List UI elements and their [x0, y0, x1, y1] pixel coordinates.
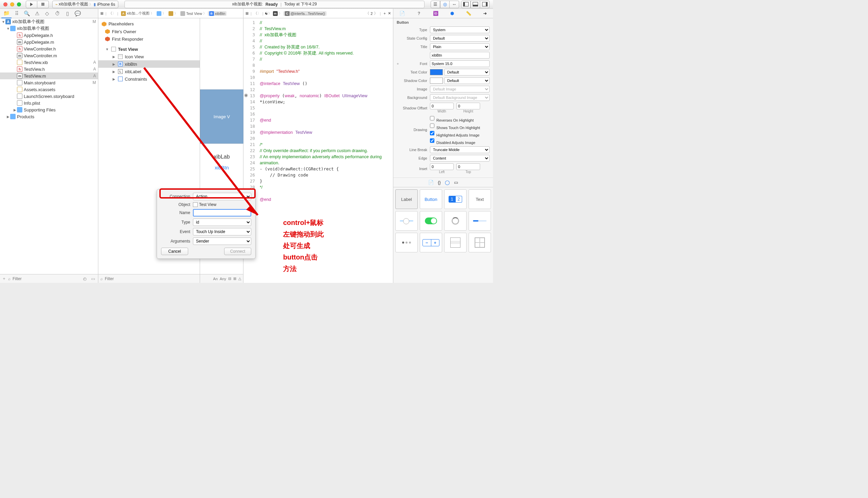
line-break-select[interactable]: Truncate Middle — [430, 146, 489, 153]
file-row[interactable]: TestView.xibA — [0, 59, 98, 66]
products-row[interactable]: ▶ Products — [0, 113, 98, 120]
connection-type-select[interactable]: id — [193, 219, 251, 226]
canvas-label[interactable]: xibLab — [200, 154, 243, 160]
image-select[interactable]: Default Image — [430, 86, 489, 92]
outlet-indicator-icon[interactable]: ◉ — [244, 92, 248, 97]
connect-button[interactable]: Connect — [224, 248, 251, 255]
connection-select[interactable]: Action — [193, 193, 251, 200]
shadow-offset-height-field[interactable] — [456, 103, 480, 109]
disabled-adjusts-checkbox[interactable] — [430, 137, 434, 144]
minimize-window-button[interactable] — [10, 2, 14, 6]
scm-filter-button[interactable]: ▭ — [90, 276, 96, 282]
quickhelp-inspector-tab[interactable]: ？ — [417, 11, 421, 17]
shadow-color-swatch[interactable] — [430, 78, 443, 84]
crumb-project[interactable]: xib加...个视图 — [127, 11, 150, 16]
project-navigator-tab[interactable]: 📁 — [1, 9, 12, 18]
first-responder-row[interactable]: First Responder — [98, 35, 200, 43]
lib-page-control[interactable] — [395, 233, 418, 252]
lib-switch[interactable] — [420, 211, 442, 231]
code-snippet-library-tab[interactable]: {} — [438, 180, 441, 185]
size-inspector-tab[interactable]: 📏 — [466, 11, 471, 16]
lib-segmented[interactable]: 12 — [444, 189, 467, 209]
next-counterpart-button[interactable]: 〉 — [374, 11, 378, 16]
stop-button[interactable] — [37, 1, 49, 8]
state-config-select[interactable]: Default — [430, 35, 489, 42]
button-type-select[interactable]: System — [430, 26, 489, 33]
toggle-debug-button[interactable] — [471, 1, 480, 8]
group-row[interactable]: ▼ xib加载单个视图 — [0, 25, 98, 32]
lib-collection-view[interactable] — [469, 233, 491, 252]
crumb-interface[interactable]: @interfa...TestView() — [291, 12, 325, 16]
icon-view-row[interactable]: ▶ Icon View — [98, 53, 200, 60]
xiblabel-row[interactable]: ▶L xibLabel — [98, 68, 200, 75]
lib-button[interactable]: Button — [420, 189, 442, 209]
file-row[interactable]: hAppDelegate.h — [0, 32, 98, 39]
standard-editor-button[interactable]: ☰ — [431, 1, 440, 8]
canvas-imageview[interactable]: Image V — [200, 89, 243, 144]
resolve-button[interactable]: △ — [238, 276, 241, 281]
close-window-button[interactable] — [3, 2, 8, 6]
file-template-library-tab[interactable]: 📄 — [428, 180, 434, 185]
add-button[interactable]: ＋ — [2, 276, 6, 281]
size-class-any-h[interactable]: An — [213, 277, 218, 281]
file-row[interactable]: LaunchScreen.storyboard — [0, 93, 98, 100]
run-button[interactable] — [26, 1, 37, 8]
file-row[interactable]: hTestView.hA — [0, 66, 98, 73]
outline-filter-input[interactable] — [105, 276, 198, 281]
assistant-editor-button[interactable]: ◎ — [440, 1, 450, 8]
attributes-inspector-tab[interactable]: ⬢ — [450, 11, 454, 16]
inset-left-field[interactable] — [430, 163, 454, 170]
jump-bar-right[interactable]: ⊞ | 〈 〉 | ☯〉 m〉 C@interfa...TestView() 〈… — [243, 9, 393, 18]
text-color-select[interactable]: Default — [444, 69, 489, 76]
lib-label[interactable]: Label — [395, 189, 418, 209]
pin-button[interactable]: ⊞ — [233, 276, 236, 281]
toggle-inspector-button[interactable] — [480, 1, 489, 8]
connections-inspector-tab[interactable]: ➜ — [483, 11, 487, 16]
highlighted-adjusts-checkbox[interactable] — [430, 130, 434, 136]
lib-stepper[interactable]: −+ — [420, 233, 442, 252]
media-library-tab[interactable]: ▭ — [454, 180, 458, 185]
issue-navigator-tab[interactable]: ⚠ — [32, 9, 42, 18]
navigator-filter-input[interactable] — [13, 276, 80, 281]
title-mode-select[interactable]: Plain — [430, 43, 489, 50]
crumb-button[interactable]: xibBtn — [215, 12, 226, 16]
version-editor-button[interactable]: ↔ — [450, 1, 459, 8]
crumb-view[interactable]: Test View — [186, 12, 202, 16]
size-class-any-v[interactable]: Any — [220, 277, 226, 281]
forward-button[interactable]: 〉 — [112, 11, 116, 16]
lib-activity-indicator[interactable] — [444, 211, 467, 231]
connection-event-select[interactable]: Touch Up Inside — [193, 228, 251, 235]
file-inspector-tab[interactable]: 📄 — [399, 11, 405, 16]
lib-slider[interactable] — [395, 211, 418, 231]
lib-textfield[interactable]: Text — [469, 189, 491, 209]
jump-bar-left[interactable]: ⊞ | 〈 〉 | Axib加...个视图〉 〉 〉 Test View〉 Bx… — [98, 9, 243, 18]
related-items-icon-2[interactable]: ⊞ — [245, 11, 248, 16]
code-body[interactable]: // // TestView.m // xib加载单个视图 // // Crea… — [258, 18, 393, 283]
debug-navigator-tab[interactable]: ⏱ — [52, 9, 62, 18]
xibbtn-row[interactable]: ▶B xibBtn — [98, 60, 200, 68]
shadow-color-select[interactable]: Default — [444, 77, 489, 84]
reverses-highlight-checkbox[interactable] — [430, 115, 434, 122]
identity-inspector-tab[interactable]: 🆔 — [433, 11, 438, 16]
inset-top-field[interactable] — [456, 163, 480, 170]
cancel-button[interactable]: Cancel — [161, 248, 188, 255]
file-row[interactable]: mTestView.mA — [0, 73, 98, 79]
shows-touch-checkbox[interactable] — [430, 122, 434, 129]
counterparts-icon[interactable]: ☯ — [265, 11, 268, 16]
scheme-selector[interactable]: ⌁ xib加载单个视图 〉 ▮ iPhone 6s — [52, 1, 118, 8]
file-row[interactable]: Info.plist — [0, 100, 98, 106]
prev-counterpart-button[interactable]: 〈 — [366, 11, 369, 16]
related-items-icon[interactable]: ⊞ — [100, 11, 103, 16]
test-navigator-tab[interactable]: ◇ — [42, 9, 52, 18]
connection-arguments-select[interactable]: Sender — [193, 237, 251, 245]
lib-progress[interactable] — [469, 211, 491, 231]
symbol-navigator-tab[interactable]: ⠿ — [12, 9, 22, 18]
report-navigator-tab[interactable]: 💬 — [73, 9, 83, 18]
file-row[interactable]: mViewController.m — [0, 52, 98, 59]
files-owner-row[interactable]: File's Owner — [98, 28, 200, 35]
forward-button-2[interactable]: 〉 — [257, 11, 261, 16]
breakpoint-navigator-tab[interactable]: ▯ — [62, 9, 73, 18]
connection-name-field[interactable] — [193, 209, 251, 217]
back-button[interactable]: 〈 — [108, 11, 112, 16]
test-view-row[interactable]: ▼ Test View — [98, 45, 200, 53]
